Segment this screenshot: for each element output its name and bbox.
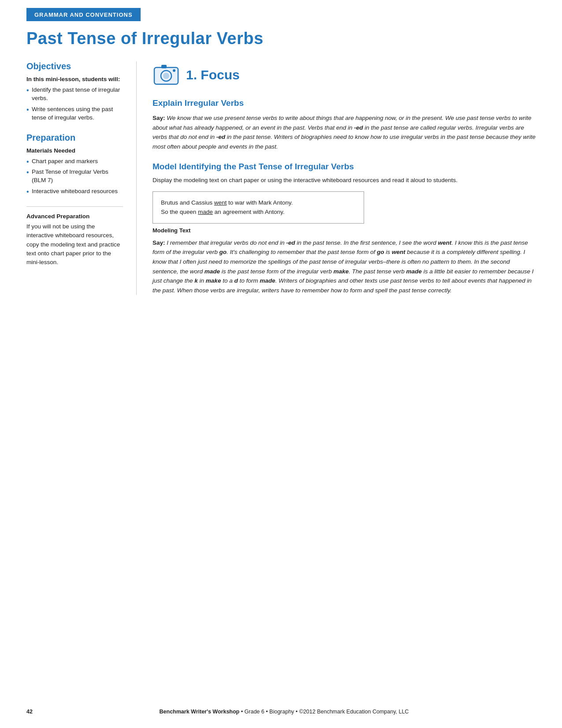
materials-label: Materials Needed [26, 147, 123, 154]
right-column: 1. Focus Explain Irregular Verbs Say: We… [137, 61, 536, 295]
svg-rect-3 [161, 65, 167, 68]
svg-point-2 [163, 73, 169, 79]
header-tag: GRAMMAR AND CONVENTIONS [34, 11, 133, 18]
objectives-heading: Objectives [26, 61, 123, 71]
objective-item-1: Identify the past tense of irregular ver… [26, 86, 123, 103]
text-box-line2: So the queen made an agreement with Anto… [161, 207, 356, 217]
svg-point-4 [173, 69, 175, 72]
main-layout: Objectives In this mini-lesson, students… [26, 61, 536, 295]
materials-list: Chart paper and markers Past Tense of Ir… [26, 157, 123, 196]
focus-header: 1. Focus [153, 61, 536, 89]
material-item-2: Past Tense of Irregular Verbs (BLM 7) [26, 168, 123, 185]
text-box-made: made [198, 209, 213, 215]
say-ed2: -ed [216, 134, 225, 140]
material-item-3: Interactive whiteboard resources [26, 187, 123, 196]
say-label-2: Say: [153, 239, 165, 246]
model-desc: Display the modeling text on chart paper… [153, 176, 536, 185]
footer-page-number: 42 [26, 709, 33, 715]
page-footer: 42 Benchmark Writer's Workshop • Grade 6… [0, 709, 562, 715]
advanced-prep-label: Advanced Preparation [26, 213, 123, 220]
modeling-text-label: Modeling Text [153, 227, 536, 234]
say-block-2: Say: I remember that irregular verbs do … [153, 238, 536, 295]
say-label-1: Say: [153, 115, 165, 121]
footer-rest: • Grade 6 • Biography • ©2012 Benchmark … [239, 709, 409, 715]
say-block-1: Say: We know that we use present tense v… [153, 113, 536, 151]
material-item-1: Chart paper and markers [26, 157, 123, 166]
focus-title: 1. Focus [186, 67, 240, 82]
page-title: Past Tense of Irregular Verbs [26, 29, 536, 48]
text-box: Brutus and Cassius went to war with Mark… [153, 191, 364, 224]
objective-item-2: Write sentences using the past tense of … [26, 105, 123, 122]
text-box-went: went [214, 199, 227, 206]
preparation-heading: Preparation [26, 133, 123, 143]
model-heading: Model Identifying the Past Tense of Irre… [153, 162, 536, 172]
focus-icon [153, 61, 180, 89]
header-tag-bar: GRAMMAR AND CONVENTIONS [26, 8, 141, 21]
text-box-line1: Brutus and Cassius went to war with Mark… [161, 198, 356, 208]
left-column: Objectives In this mini-lesson, students… [26, 61, 137, 295]
objectives-list: Identify the past tense of irregular ver… [26, 86, 123, 122]
footer-brand: Benchmark Writer's Workshop [160, 709, 240, 715]
objectives-label: In this mini-lesson, students will: [26, 76, 123, 82]
preparation-section: Preparation Materials Needed Chart paper… [26, 133, 123, 267]
say-ed1: -ed [354, 124, 363, 131]
say2-text-full: I remember that irregular verbs do not e… [153, 239, 534, 294]
explain-heading: Explain Irregular Verbs [153, 98, 536, 108]
advanced-prep-text: If you will not be using the interactive… [26, 222, 123, 267]
divider [26, 206, 123, 207]
footer-center: Benchmark Writer's Workshop • Grade 6 • … [160, 709, 409, 715]
